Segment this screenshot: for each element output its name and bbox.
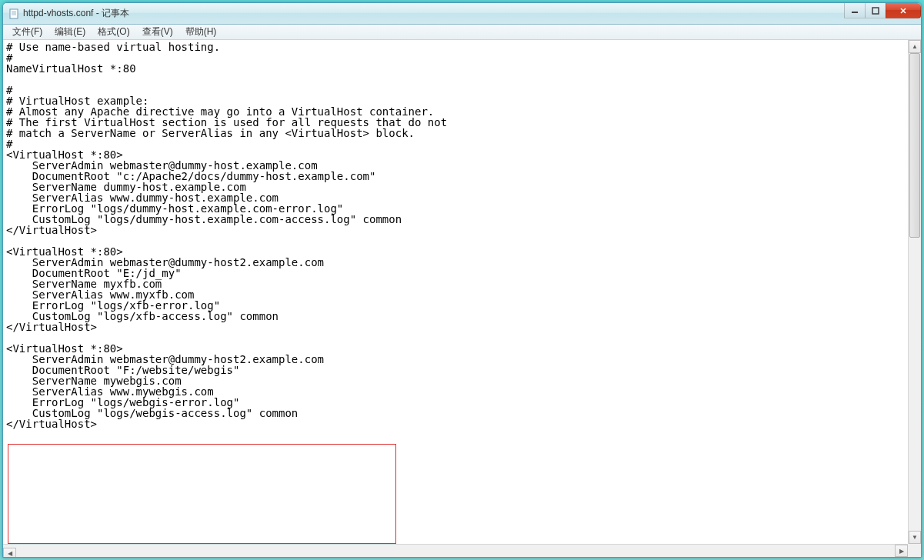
notepad-icon bbox=[8, 8, 20, 20]
close-button[interactable] bbox=[886, 3, 921, 18]
vertical-scrollbar[interactable]: ▲ ▼ bbox=[908, 40, 921, 544]
window-controls bbox=[845, 3, 921, 18]
horizontal-scrollbar[interactable]: ◀ ▶ bbox=[3, 544, 908, 557]
menu-help[interactable]: 帮助(H) bbox=[179, 24, 223, 40]
scroll-thumb-vertical[interactable] bbox=[909, 53, 920, 238]
text-editor[interactable]: # Use name-based virtual hosting. # Name… bbox=[3, 40, 908, 544]
scroll-right-icon[interactable]: ▶ bbox=[895, 545, 908, 557]
scroll-corner bbox=[908, 544, 921, 557]
menu-file[interactable]: 文件(F) bbox=[6, 24, 48, 40]
minimize-button[interactable] bbox=[844, 3, 866, 18]
window-title: httpd-vhosts.conf - 记事本 bbox=[23, 7, 129, 20]
menu-edit[interactable]: 编辑(E) bbox=[48, 24, 92, 40]
svg-rect-5 bbox=[872, 8, 879, 14]
scroll-left-icon[interactable]: ◀ bbox=[3, 548, 16, 558]
maximize-button[interactable] bbox=[865, 3, 886, 18]
svg-rect-0 bbox=[10, 9, 18, 18]
svg-rect-4 bbox=[852, 12, 858, 13]
menu-view[interactable]: 查看(V) bbox=[136, 24, 179, 40]
content-area: # Use name-based virtual hosting. # Name… bbox=[3, 40, 921, 557]
scroll-up-icon[interactable]: ▲ bbox=[909, 40, 921, 53]
menu-format[interactable]: 格式(O) bbox=[92, 24, 135, 40]
title-bar[interactable]: httpd-vhosts.conf - 记事本 bbox=[3, 3, 921, 25]
scroll-down-icon[interactable]: ▼ bbox=[909, 531, 921, 544]
window-frame: httpd-vhosts.conf - 记事本 文件(F) 编辑(E) 格式(O… bbox=[2, 2, 922, 558]
menu-bar: 文件(F) 编辑(E) 格式(O) 查看(V) 帮助(H) bbox=[3, 25, 921, 40]
